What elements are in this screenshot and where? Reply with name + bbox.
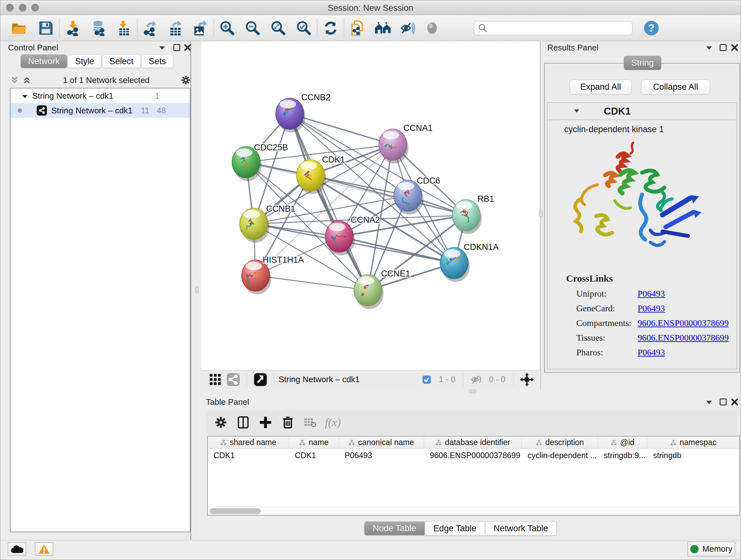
right-splitter-handle[interactable] <box>539 209 543 217</box>
help-button[interactable]: ? <box>642 19 661 37</box>
expand-all-icon[interactable] <box>22 75 31 85</box>
results-panel-menu-button[interactable] <box>704 43 714 53</box>
results-panel-close-button[interactable] <box>730 43 739 52</box>
zoom-selected-button[interactable] <box>294 19 313 37</box>
crosslink-link[interactable]: P06493 <box>637 289 665 299</box>
crosslink-link[interactable]: P06493 <box>637 303 665 314</box>
column-header-database-identifier[interactable]: database identifier <box>424 436 522 448</box>
network-canvas[interactable]: CCNB2CCNA1CDC25BCDK1CDC6RB1CCNB1CCNA2CDK… <box>201 41 539 370</box>
network-node-RB1[interactable] <box>452 199 482 234</box>
tab-style[interactable]: Style <box>68 55 102 68</box>
control-panel-float-button[interactable] <box>172 43 182 52</box>
collapse-all-icon[interactable] <box>10 75 19 85</box>
selected-indicator-checkbox[interactable] <box>418 371 435 388</box>
tab-node-table[interactable]: Node Table <box>364 521 425 536</box>
collapse-all-button[interactable]: Collapse All <box>641 79 710 95</box>
zoom-fit-button[interactable] <box>269 19 287 37</box>
show-columns-button[interactable] <box>234 414 252 431</box>
tab-select[interactable]: Select <box>102 55 141 68</box>
node-label-CDK1: CDK1 <box>322 155 345 165</box>
birds-eye-view-button[interactable] <box>252 371 269 388</box>
string-view-button[interactable] <box>224 371 242 388</box>
export-network-button[interactable] <box>141 19 160 37</box>
control-panel-menu-button[interactable] <box>157 43 167 53</box>
import-network-database-button[interactable] <box>89 19 108 37</box>
import-table-file-button[interactable] <box>115 19 133 37</box>
table-cell[interactable]: stringdb <box>647 451 739 460</box>
table-row[interactable]: CDK1CDK1P064939606.ENSP00000378699cyclin… <box>208 449 739 462</box>
column-header-description[interactable]: description <box>522 436 598 448</box>
hide-annotations-button[interactable] <box>399 19 417 37</box>
table-panel-float-button[interactable] <box>718 397 728 407</box>
crosslink-link[interactable]: P06493 <box>637 348 665 358</box>
pan-mode-button[interactable] <box>518 371 536 388</box>
warnings-button[interactable] <box>35 543 53 556</box>
delete-columns-button[interactable] <box>279 414 297 431</box>
collapse-section-icon[interactable] <box>573 109 580 114</box>
tab-sets[interactable]: Sets <box>141 55 173 68</box>
network-row[interactable]: String Network – cdk1 11 48 <box>10 103 190 118</box>
export-image-button[interactable] <box>191 19 210 37</box>
network-edge-CCNE1-HIST1H1A[interactable] <box>256 275 368 290</box>
tab-network-table[interactable]: Network Table <box>485 521 557 536</box>
hidden-indicator-button[interactable] <box>468 371 486 388</box>
table-options-button[interactable] <box>212 414 230 431</box>
tab-edge-table[interactable]: Edge Table <box>425 521 485 536</box>
column-header-shared-name[interactable]: shared name <box>208 436 289 448</box>
cloud-status-button[interactable] <box>8 543 26 556</box>
save-session-button[interactable] <box>37 19 55 37</box>
show-graphics-details-button[interactable] <box>423 19 441 37</box>
network-node-CCNB2[interactable] <box>276 98 306 132</box>
left-splitter-handle[interactable] <box>195 286 199 294</box>
crosslink-link[interactable]: 9606.ENSP00000378699 <box>637 333 729 343</box>
string-network-graph[interactable]: CCNB2CCNA1CDC25BCDK1CDC6RB1CCNB1CCNA2CDK… <box>201 41 539 370</box>
collection-expander-icon[interactable] <box>21 91 28 101</box>
node-label-CCNB1: CCNB1 <box>266 204 295 213</box>
network-node-CDK1[interactable] <box>296 160 326 194</box>
apply-layout-button[interactable] <box>321 19 340 37</box>
network-collection-row[interactable]: String Network – cdk1 1 <box>10 88 190 103</box>
protein-header-row[interactable]: CDK1 <box>548 103 737 120</box>
tab-string[interactable]: String <box>624 56 661 70</box>
function-builder-button[interactable]: f(x) <box>325 416 341 429</box>
grid-mode-button[interactable] <box>206 371 224 388</box>
export-table-button[interactable] <box>166 19 185 37</box>
network-node-CCNA1[interactable] <box>379 129 408 164</box>
horizontal-splitter-handle[interactable] <box>469 389 476 393</box>
table-panel-close-button[interactable] <box>730 397 739 407</box>
open-session-button[interactable] <box>10 19 28 37</box>
column-header-canonical-name[interactable]: canonical name <box>339 436 424 448</box>
scrollbar-thumb[interactable] <box>210 508 261 514</box>
table-cell[interactable]: stringdb:9... <box>598 451 647 460</box>
network-edge-CCNA2-CDKN1A[interactable] <box>339 237 454 263</box>
table-horizontal-scrollbar[interactable] <box>208 507 739 515</box>
table-panel-menu-button[interactable] <box>704 397 714 407</box>
network-node-CDKN1A[interactable] <box>440 247 470 282</box>
clone-network-button[interactable] <box>348 19 367 37</box>
column-header-namespac[interactable]: namespac <box>647 436 739 448</box>
memory-button[interactable]: Memory <box>687 542 735 557</box>
zoom-in-icon <box>219 20 235 36</box>
tab-network[interactable]: Network <box>21 55 67 68</box>
create-column-button[interactable] <box>257 414 274 431</box>
zoom-out-button[interactable] <box>244 19 262 37</box>
zoom-in-button[interactable] <box>218 19 237 37</box>
search-input[interactable] <box>489 23 632 33</box>
column-header--id[interactable]: @id <box>598 436 647 448</box>
column-header-name[interactable]: name <box>289 436 339 448</box>
network-node-CCNE1[interactable] <box>354 274 384 309</box>
table-cell[interactable]: 9606.ENSP00000378699 <box>424 451 522 460</box>
results-panel-float-button[interactable] <box>718 43 728 52</box>
table-cell[interactable]: cyclin-dependent ... <box>522 451 598 460</box>
show-all-views-button[interactable] <box>374 19 392 37</box>
crosslink-link[interactable]: 9606.ENSP00000378699 <box>637 318 729 328</box>
import-network-file-button[interactable] <box>64 19 82 37</box>
delete-table-button[interactable] <box>301 414 319 431</box>
export-table-icon <box>168 20 183 36</box>
network-options-gear-button[interactable] <box>181 75 191 85</box>
table-cell[interactable]: P06493 <box>339 451 424 460</box>
network-tree: String Network – cdk1 1 String Network –… <box>10 88 191 532</box>
table-cell[interactable]: CDK1 <box>208 451 289 460</box>
table-cell[interactable]: CDK1 <box>289 451 339 460</box>
expand-all-button[interactable]: Expand All <box>569 79 631 95</box>
